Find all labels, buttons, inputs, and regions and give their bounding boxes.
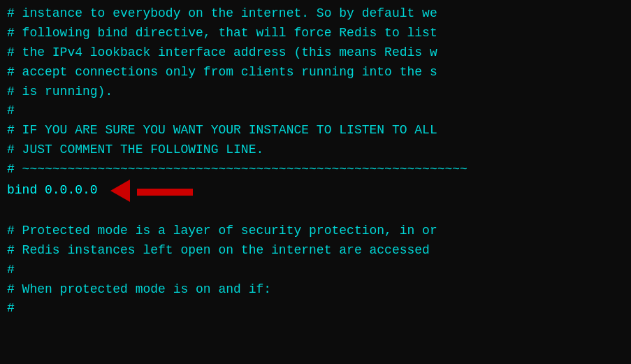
arrow-shaft-icon	[137, 189, 193, 196]
line-8: # JUST COMMENT THE FOLLOWING LINE.	[7, 140, 624, 160]
line-7: # IF YOU ARE SURE YOU WANT YOUR INSTANCE…	[7, 121, 624, 140]
arrow-shape	[110, 180, 194, 202]
line-13: # Redis instances left open on the inter…	[7, 241, 624, 261]
arrow-head-icon	[110, 180, 130, 202]
line-15: # When protected mode is on and if:	[7, 280, 624, 300]
line-9: # ~~~~~~~~~~~~~~~~~~~~~~~~~~~~~~~~~~~~~~…	[7, 160, 624, 180]
red-arrow	[110, 180, 194, 202]
line-14: #	[7, 261, 624, 280]
terminal: # instance to everybody on the internet.…	[0, 0, 631, 364]
line-16: #	[7, 299, 624, 319]
line-5: # is running).	[7, 82, 624, 102]
line-12: # Protected mode is a layer of security …	[7, 221, 624, 241]
line-blank	[7, 202, 624, 221]
line-6: #	[7, 101, 624, 121]
line-2: # following bind directive, that will fo…	[7, 24, 624, 43]
bind-command: bind 0.0.0.0	[7, 181, 98, 201]
bind-line: bind 0.0.0.0	[7, 180, 624, 202]
line-3: # the IPv4 lookback interface address (t…	[7, 43, 624, 63]
line-4: # accept connections only from clients r…	[7, 63, 624, 82]
line-1: # instance to everybody on the internet.…	[7, 4, 624, 24]
